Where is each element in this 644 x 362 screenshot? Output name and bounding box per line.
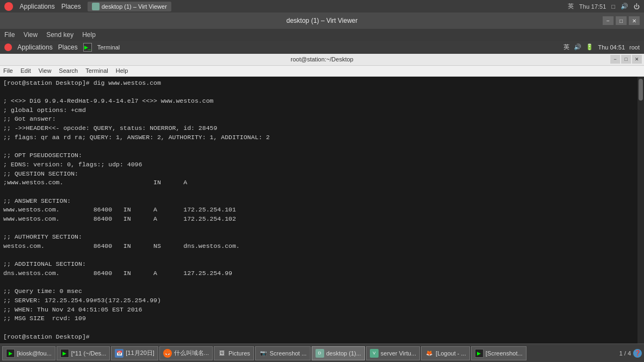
taskbar-item-firefox[interactable]: 🦊 什么叫域名... (159, 346, 213, 360)
term-menu-file[interactable]: File (3, 67, 13, 74)
vm-content: Applications Places ▶_ Terminal 英 🔊 🔋 Th… (0, 41, 644, 362)
vm-terminal-icon: ▶_ (83, 43, 92, 52)
host-power-icon: ⏻ (634, 3, 640, 10)
taskbar-cal-icon: 📅 (115, 349, 123, 358)
terminal-menubar: File Edit View Search Terminal Help (0, 66, 644, 77)
virt-menu-sendkey[interactable]: Send key (46, 31, 73, 39)
host-time: Thu 17:51 (579, 3, 606, 10)
virt-title: desktop (1) – Virt Viewer (287, 17, 358, 24)
taskbar-desktop-icon: D (315, 349, 324, 358)
virt-titlebar: desktop (1) – Virt Viewer − □ ✕ (0, 13, 644, 29)
taskbar-item-virt[interactable]: V server Virtu... (366, 346, 420, 360)
taskbar-item-calendar[interactable]: 📅 [11月20日] (111, 346, 158, 360)
taskbar-firefox-icon: 🦊 (163, 349, 172, 358)
virt-menu-view[interactable]: View (23, 31, 38, 39)
taskbar-item-screenshot2[interactable]: ▶ [Screenshot... (471, 346, 527, 360)
pager-circle[interactable]: ❓ (633, 349, 642, 358)
virt-menubar: File View Send key Help (0, 29, 644, 41)
terminal-minimize-btn[interactable]: − (610, 55, 620, 64)
vm-time: Thu 04:51 (598, 44, 625, 51)
taskbar-pager: 1 / 4 ❓ (620, 349, 642, 358)
term-menu-view[interactable]: View (39, 67, 52, 74)
host-display-icon: □ (611, 3, 615, 10)
virt-menu-file[interactable]: File (4, 31, 15, 39)
taskbar-item-kiosk[interactable]: ▶ [kiosk@fou... (2, 346, 55, 360)
virt-restore-btn[interactable]: □ (616, 16, 627, 25)
pager-text: 1 / 4 (620, 350, 631, 357)
taskbar-item-pictures[interactable]: 🖼 Pictures (214, 346, 254, 360)
scrollbar-thumb[interactable] (639, 79, 643, 101)
term-menu-terminal[interactable]: Terminal (85, 67, 108, 74)
term-menu-edit[interactable]: Edit (21, 67, 31, 74)
taskbar-11-icon: ▶ (60, 349, 69, 358)
taskbar-screenshot2-icon: ▶ (475, 349, 484, 358)
host-applications-menu[interactable]: Applications (20, 3, 55, 10)
virt-minimize-btn[interactable]: − (603, 16, 614, 25)
vm-locale: 英 (564, 43, 569, 51)
term-menu-help[interactable]: Help (116, 67, 128, 74)
terminal-titlebar: root@station:~/Desktop − □ ✕ (0, 54, 644, 66)
taskbar-kiosk-icon: ▶ (6, 349, 15, 358)
taskbar-virt-icon: V (370, 349, 379, 358)
vm-topbar-right: 英 🔊 🔋 Thu 04:51 root (564, 43, 640, 51)
vm-user: root (629, 44, 640, 51)
vm-taskbar: ▶ [kiosk@fou... ▶ [*11 (~/Des... 📅 [11月2… (0, 344, 644, 362)
window-icon (92, 3, 100, 10)
virt-viewer-window: desktop (1) – Virt Viewer − □ ✕ File Vie… (0, 13, 644, 362)
virt-menu-help[interactable]: Help (82, 31, 96, 39)
vm-places-menu[interactable]: Places (58, 43, 78, 51)
virt-close-btn[interactable]: ✕ (629, 16, 640, 25)
host-volume-icon: 🔊 (621, 3, 628, 10)
taskbar-pictures-icon: 🖼 (218, 349, 226, 358)
host-topbar: Applications Places desktop (1) – Virt V… (0, 0, 644, 13)
terminal-restore-btn[interactable]: □ (621, 55, 631, 64)
term-menu-search[interactable]: Search (59, 67, 78, 74)
active-window-label: desktop (1) – Virt Viewer (102, 3, 167, 10)
vm-battery-icon: 🔋 (586, 43, 593, 51)
vm-volume-icon: 🔊 (574, 43, 581, 51)
active-window-indicator[interactable]: desktop (1) – Virt Viewer (88, 2, 171, 11)
terminal-window: root@station:~/Desktop − □ ✕ File Edit V… (0, 54, 644, 344)
taskbar-item-screenshot[interactable]: 📷 Screenshot ... (255, 346, 311, 360)
taskbar-screenshot-icon: 📷 (259, 349, 268, 358)
virt-titlebar-controls: − □ ✕ (603, 16, 640, 25)
terminal-scrollbar[interactable] (637, 77, 644, 344)
terminal-scroll-area: [root@station Desktop]# dig www.westos.c… (0, 77, 644, 344)
taskbar-item-desktop[interactable]: D desktop (1)... (312, 346, 365, 360)
taskbar-logout-icon: 🦊 (425, 349, 434, 358)
vm-topbar: Applications Places ▶_ Terminal 英 🔊 🔋 Th… (0, 41, 644, 54)
vm-applications-menu[interactable]: Applications (17, 43, 53, 51)
host-locale: 英 (568, 2, 574, 10)
host-places-menu[interactable]: Places (61, 3, 81, 10)
vm-terminal-label[interactable]: Terminal (97, 44, 120, 51)
terminal-controls: − □ ✕ (610, 55, 642, 64)
taskbar-item-logout[interactable]: 🦊 [Logout - ... (421, 346, 470, 360)
host-topbar-left: Applications Places desktop (1) – Virt V… (4, 2, 171, 11)
vm-app-icon (4, 43, 12, 51)
terminal-body[interactable]: [root@station Desktop]# dig www.westos.c… (0, 77, 637, 344)
terminal-close-btn[interactable]: ✕ (632, 55, 642, 64)
host-app-icon (4, 2, 13, 11)
host-topbar-right: 英 Thu 17:51 □ 🔊 ⏻ (568, 2, 640, 10)
taskbar-item-11[interactable]: ▶ [*11 (~/Des... (57, 346, 110, 360)
terminal-title: root@station:~/Desktop (290, 56, 353, 63)
